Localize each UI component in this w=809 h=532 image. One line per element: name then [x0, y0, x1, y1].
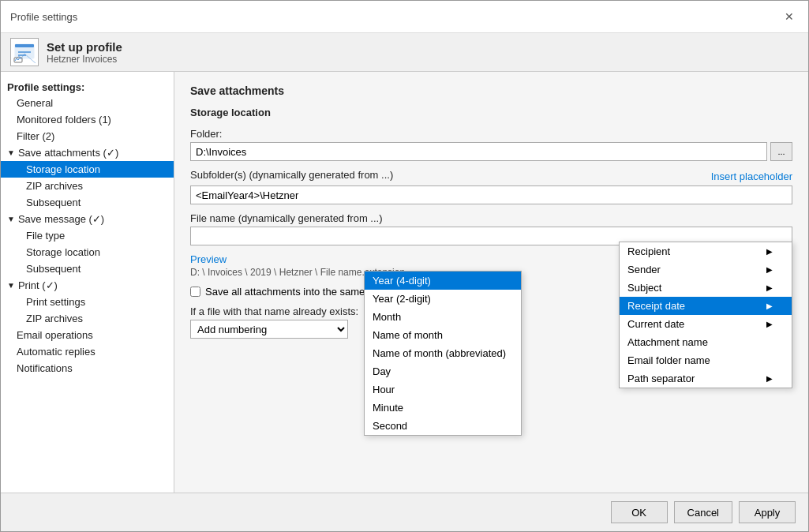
section-subtitle: Storage location	[190, 107, 792, 118]
profile-subtitle: Hetzner Invoices	[47, 54, 122, 65]
year-menu-item-name-of-month[interactable]: Name of month	[365, 326, 521, 344]
ok-button[interactable]: OK	[611, 501, 668, 523]
expand-icon3: ▼	[7, 281, 15, 290]
sidebar-item-subsequent2[interactable]: Subsequent	[1, 260, 174, 277]
cancel-button[interactable]: Cancel	[674, 501, 732, 523]
sidebar-item-save-attachments[interactable]: ▼ Save attachments (✓)	[1, 144, 174, 161]
folder-label: Folder:	[190, 128, 792, 140]
insert-submenu: Recipient▶ Sender▶ Subject▶ Receipt date…	[619, 242, 792, 388]
preview-link[interactable]: Preview	[190, 253, 227, 265]
title-bar-left: Profile settings	[10, 11, 77, 23]
insert-menu-sender[interactable]: Sender▶	[620, 260, 792, 279]
year-menu-item-4digit[interactable]: Year (4-digit)	[365, 272, 521, 290]
subfolders-group: Subfolder(s) (dynamically generated from…	[190, 169, 792, 204]
folder-input-row: ...	[190, 142, 792, 161]
insert-menu-email-folder[interactable]: Email folder name	[620, 351, 792, 369]
profile-settings-window: Profile settings ✕ Set up profile Hetzne…	[0, 0, 809, 532]
window-title: Profile settings	[10, 11, 77, 23]
year-menu-item-2digit[interactable]: Year (2-digit)	[365, 290, 521, 308]
sidebar-item-subsequent[interactable]: Subsequent	[1, 194, 174, 211]
year-menu-item-hour[interactable]: Hour	[365, 380, 521, 399]
sidebar-item-print-settings[interactable]: Print settings	[1, 294, 174, 310]
subfolders-label: Subfolder(s) (dynamically generated from…	[190, 169, 393, 181]
sidebar-item-automatic-replies[interactable]: Automatic replies	[1, 343, 174, 360]
sidebar-item-filter[interactable]: Filter (2)	[1, 128, 174, 144]
sidebar-item-save-message[interactable]: ▼ Save message (✓)	[1, 211, 174, 227]
year-menu-item-month[interactable]: Month	[365, 308, 521, 326]
insert-placeholder-menu: Recipient▶ Sender▶ Subject▶ Receipt date…	[619, 242, 792, 388]
sidebar-item-monitored-folders[interactable]: Monitored folders (1)	[1, 111, 174, 128]
browse-button[interactable]: ...	[770, 142, 792, 161]
sidebar-item-zip-archives2[interactable]: ZIP archives	[1, 310, 174, 327]
sidebar-item-zip-archives[interactable]: ZIP archives	[1, 178, 174, 194]
sidebar-save-attachments-label: Save attachments (✓)	[18, 147, 118, 159]
expand-icon2: ▼	[7, 215, 15, 223]
svg-rect-1	[15, 44, 34, 47]
insert-menu-receipt-date[interactable]: Receipt date▶	[620, 297, 792, 315]
section-title: Save attachments	[190, 84, 792, 97]
folder-group: Folder: ...	[190, 128, 792, 161]
year-menu-item-minute[interactable]: Minute	[365, 399, 521, 417]
filename-group: File name (dynamically generated from ..…	[190, 212, 792, 245]
profile-title: Set up profile	[47, 40, 122, 54]
sidebar-item-print[interactable]: ▼ Print (✓)	[1, 277, 174, 294]
profile-header: Set up profile Hetzner Invoices	[1, 33, 808, 72]
content-area: Profile settings: General Monitored fold…	[1, 72, 808, 493]
year-menu-item-day[interactable]: Day	[365, 362, 521, 380]
file-exists-select[interactable]: Add numbering Overwrite Skip	[190, 320, 348, 339]
filename-label: File name (dynamically generated from ..…	[190, 212, 792, 224]
expand-icon: ▼	[7, 148, 15, 157]
year-menu-item-second[interactable]: Second	[365, 417, 521, 435]
sidebar-print-label: Print (✓)	[18, 279, 58, 291]
sidebar-item-email-operations[interactable]: Email operations	[1, 327, 174, 343]
subfolders-input[interactable]	[190, 185, 792, 204]
sidebar-item-general[interactable]: General	[1, 95, 174, 111]
year-menu: Year (4-digit) Year (2-digit) Month Name…	[364, 271, 522, 436]
profile-icon	[10, 38, 39, 66]
sidebar-item-storage-location2[interactable]: Storage location	[1, 244, 174, 260]
insert-placeholder-link[interactable]: Insert placeholder	[711, 170, 792, 182]
insert-menu-attachment-name[interactable]: Attachment name	[620, 333, 792, 351]
title-bar: Profile settings ✕	[1, 1, 808, 33]
profile-icon-svg	[13, 41, 36, 63]
year-menu-wrapper: Year (4-digit) Year (2-digit) Month Name…	[364, 271, 522, 436]
insert-menu-recipient[interactable]: Recipient▶	[620, 242, 792, 260]
insert-menu-current-date[interactable]: Current date▶	[620, 315, 792, 333]
footer: OK Cancel Apply	[1, 493, 808, 531]
main-panel: Save attachments Storage location Folder…	[174, 72, 808, 493]
sidebar-item-storage-location[interactable]: Storage location	[1, 161, 174, 178]
sidebar-item-file-type[interactable]: File type	[1, 227, 174, 244]
folder-input[interactable]	[190, 142, 767, 161]
insert-menu-subject[interactable]: Subject▶	[620, 279, 792, 297]
profile-header-text: Set up profile Hetzner Invoices	[47, 40, 122, 65]
sidebar: Profile settings: General Monitored fold…	[1, 72, 174, 493]
sidebar-header: Profile settings:	[1, 78, 174, 95]
same-folder-checkbox[interactable]	[190, 287, 200, 297]
insert-menu-path-separator[interactable]: Path separator▶	[620, 369, 792, 388]
sidebar-item-notifications[interactable]: Notifications	[1, 360, 174, 377]
sidebar-save-message-label: Save message (✓)	[18, 213, 104, 225]
year-menu-item-name-of-month-abbr[interactable]: Name of month (abbreviated)	[365, 344, 521, 362]
close-button[interactable]: ✕	[780, 7, 799, 26]
apply-button[interactable]: Apply	[739, 501, 796, 523]
